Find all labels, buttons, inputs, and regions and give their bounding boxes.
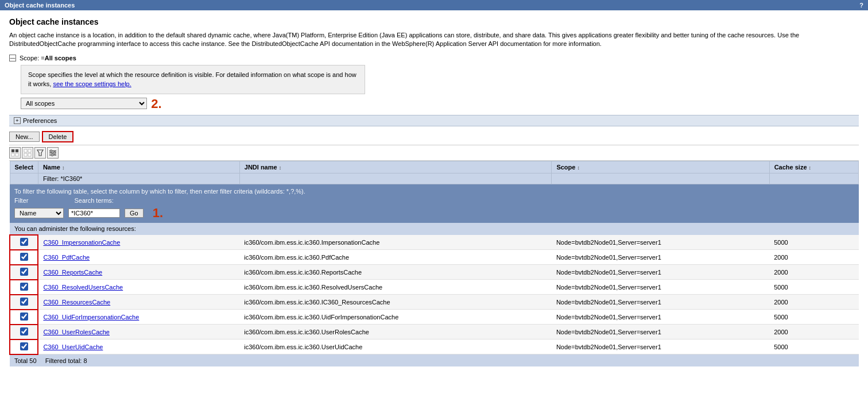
scope-collapse-icon[interactable]: — <box>9 55 16 61</box>
scope-help-link[interactable]: see the scope settings help. <box>53 80 131 87</box>
table-row: C360_UserUidCacheic360/com.ibm.ess.ic.ic… <box>10 339 859 354</box>
svg-rect-13 <box>54 152 55 154</box>
delete-button[interactable]: Delete <box>42 131 74 142</box>
svg-rect-3 <box>16 153 18 156</box>
row-name-link[interactable]: C360_ResourcesCache <box>43 299 110 306</box>
page-title: Object cache instances <box>9 17 859 26</box>
cachesize-sort-icon[interactable]: ↕ <box>809 165 812 171</box>
help-icon[interactable]: ? <box>859 2 863 9</box>
th-scope[interactable]: Scope ↕ <box>552 161 769 173</box>
row-scope: Node=bvtdb2Node01,Server=server1 <box>552 265 769 280</box>
table-row: C360_ImpersonationCacheic360/com.ibm.ess… <box>10 235 859 250</box>
deselect-all-icon[interactable] <box>22 147 33 159</box>
main-table: Select Name ↕ JNDI name ↕ Scope ↕ Cache … <box>9 161 859 366</box>
row-checkbox[interactable] <box>20 253 28 261</box>
row-checkbox[interactable] <box>20 312 28 321</box>
row-scope: Node=bvtdb2Node01,Server=server1 <box>552 295 769 310</box>
row-name[interactable]: C360_ResourcesCache <box>38 295 239 310</box>
row-name-link[interactable]: C360_UserRolesCache <box>43 329 110 335</box>
checkbox-cell <box>10 310 38 325</box>
th-name[interactable]: Name ↕ <box>38 161 239 173</box>
checkbox-cell <box>10 280 38 295</box>
row-checkbox[interactable] <box>20 268 28 276</box>
svg-rect-5 <box>28 149 31 152</box>
row-jndi: ic360/com.ibm.ess.ic.ic360.UidForImperso… <box>239 310 552 325</box>
checkbox-cell <box>10 339 38 354</box>
scope-select-row: All scopes 2. <box>21 98 859 110</box>
row-scope: Node=bvtdb2Node01,Server=server1 <box>552 310 769 325</box>
administer-row: You can administer the following resourc… <box>10 223 859 235</box>
th-jndi[interactable]: JNDI name ↕ <box>239 161 552 173</box>
filter-section-row: To filter the following table, select th… <box>10 184 859 223</box>
svg-rect-6 <box>24 153 27 156</box>
footer-cell: Total 50 Filtered total: 8 <box>10 354 859 366</box>
row-cache-size: 2000 <box>769 265 858 280</box>
scope-section: — Scope: =All scopes Scope specifies the… <box>9 55 859 110</box>
row-jndi: ic360/com.ibm.ess.ic.ic360.Impersonation… <box>239 235 552 250</box>
preferences-bar[interactable]: + Preferences <box>9 115 859 126</box>
row-cache-size: 5000 <box>769 280 858 295</box>
svg-rect-1 <box>16 149 18 152</box>
row-checkbox[interactable] <box>20 283 28 291</box>
filter-cache-cell <box>769 173 858 184</box>
scope-select[interactable]: All scopes <box>21 98 147 109</box>
table-row: C360_UserRolesCacheic360/com.ibm.ess.ic.… <box>10 325 859 339</box>
row-jndi: ic360/com.ibm.ess.ic.ic360.ReportsCache <box>239 265 552 280</box>
table-row: C360_ResolvedUsersCacheic360/com.ibm.ess… <box>10 280 859 295</box>
row-name-link[interactable]: C360_ResolvedUsersCache <box>43 284 123 291</box>
new-button[interactable]: New... <box>9 132 40 142</box>
th-cachesize[interactable]: Cache size ↕ <box>769 161 858 173</box>
annotation-1: 1. <box>153 207 163 219</box>
scope-text: Scope: =All scopes <box>20 55 76 61</box>
row-scope: Node=bvtdb2Node01,Server=server1 <box>552 235 769 250</box>
row-jndi: ic360/com.ibm.ess.ic.ic360.UserRolesCach… <box>239 325 552 339</box>
row-name[interactable]: C360_UidForImpersonationCache <box>38 310 239 325</box>
row-checkbox[interactable] <box>20 298 28 306</box>
svg-rect-4 <box>24 149 27 152</box>
row-scope: Node=bvtdb2Node01,Server=server1 <box>552 250 769 265</box>
row-name-link[interactable]: C360_UserUidCache <box>43 344 103 350</box>
row-jndi: ic360/com.ibm.ess.ic.ic360.UserUidCache <box>239 339 552 354</box>
row-name[interactable]: C360_ReportsCache <box>38 265 239 280</box>
row-name[interactable]: C360_ResolvedUsersCache <box>38 280 239 295</box>
row-name[interactable]: C360_UserRolesCache <box>38 325 239 339</box>
row-name[interactable]: C360_PdfCache <box>38 250 239 265</box>
filter-column-select[interactable]: Name JNDI name Scope Cache size <box>14 208 64 218</box>
row-name-link[interactable]: C360_ImpersonationCache <box>43 239 120 246</box>
filter-section: To filter the following table, select th… <box>10 184 859 223</box>
svg-marker-8 <box>37 150 43 156</box>
go-button[interactable]: Go <box>125 209 144 218</box>
row-checkbox[interactable] <box>20 238 28 246</box>
preferences-collapse-icon[interactable]: + <box>14 117 21 124</box>
scope-popup: Scope specifies the level at which the r… <box>21 65 365 94</box>
row-name[interactable]: C360_ImpersonationCache <box>38 235 239 250</box>
administer-cell: You can administer the following resourc… <box>10 223 859 235</box>
preferences-icon[interactable] <box>47 147 59 159</box>
filter-info-text: To filter the following table, select th… <box>14 188 854 195</box>
row-jndi: ic360/com.ibm.ess.ic.ic360.PdfCache <box>239 250 552 265</box>
th-select: Select <box>10 161 38 173</box>
checkbox-cell <box>10 235 38 250</box>
table-row: C360_PdfCacheic360/com.ibm.ess.ic.ic360.… <box>10 250 859 265</box>
row-name-link[interactable]: C360_ReportsCache <box>43 269 102 276</box>
filter-icon[interactable] <box>34 147 46 159</box>
filter-scope-cell <box>552 173 769 184</box>
row-checkbox[interactable] <box>20 342 28 350</box>
row-cache-size: 5000 <box>769 339 858 354</box>
scope-label[interactable]: — Scope: =All scopes <box>9 55 859 61</box>
row-name-link[interactable]: C360_UidForImpersonationCache <box>43 314 139 321</box>
filter-section-cell: To filter the following table, select th… <box>10 184 859 223</box>
table-header-row: Select Name ↕ JNDI name ↕ Scope ↕ Cache … <box>10 161 859 173</box>
scope-sort-icon[interactable]: ↕ <box>577 165 580 171</box>
row-name[interactable]: C360_UserUidCache <box>38 339 239 354</box>
row-checkbox[interactable] <box>20 327 28 335</box>
filter-value-cell: Filter: *IC360* <box>38 173 239 184</box>
filter-search-input[interactable] <box>68 209 120 218</box>
row-name-link[interactable]: C360_PdfCache <box>43 254 90 261</box>
select-all-icon[interactable] <box>9 147 21 159</box>
filter-col-label: Filter <box>14 197 28 204</box>
jndi-sort-icon[interactable]: ↕ <box>279 165 282 171</box>
checkbox-cell <box>10 295 38 310</box>
name-sort-icon[interactable]: ↕ <box>62 165 65 171</box>
svg-rect-0 <box>11 149 14 152</box>
